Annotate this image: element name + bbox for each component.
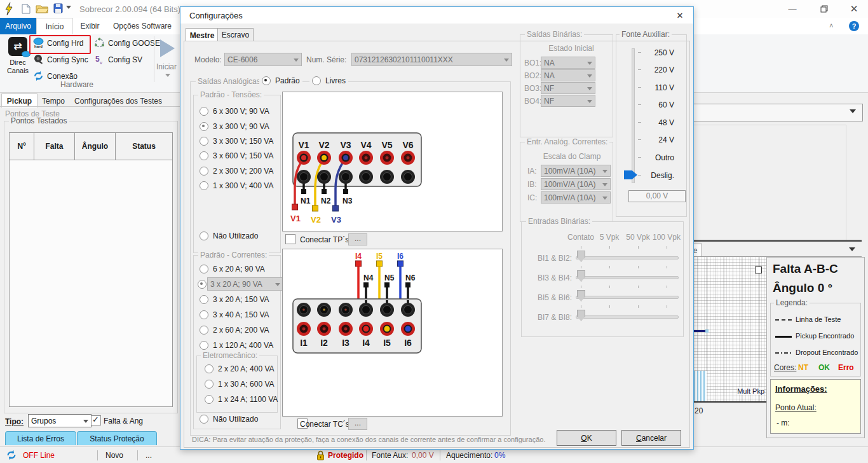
left-tab-divider	[0, 106, 180, 107]
radio-corrente-2[interactable]: 3 x 20 A; 150 VA	[200, 295, 269, 304]
tab-lista-de-erros[interactable]: Lista de Erros	[5, 431, 76, 445]
col-numero: Nº	[10, 133, 34, 160]
ok-button[interactable]: OK	[557, 430, 616, 446]
background-combo-bar[interactable]	[688, 104, 863, 121]
tab-arquivo[interactable]: Arquivo	[0, 18, 36, 34]
radio-tensao-0[interactable]: 6 x 300 V; 90 VA	[200, 107, 269, 116]
tab-opcoes-software[interactable]: Opções Software	[108, 18, 177, 34]
bo1-combo[interactable]: NA	[541, 57, 595, 69]
terminal-label: V6	[402, 140, 413, 150]
neutral-plug-label: N6	[405, 273, 416, 282]
new-file-icon[interactable]	[22, 4, 31, 14]
phase-plug-label: I6	[397, 252, 403, 261]
restore-button[interactable]	[811, 0, 837, 18]
tab-status-protecao[interactable]: Status Proteção	[77, 431, 157, 445]
phase-plug-label: I5	[376, 252, 383, 261]
test-points-table[interactable]: Nº Falta Ângulo Status	[9, 132, 173, 407]
modelo-combo[interactable]: CE-6006	[224, 53, 302, 66]
bi34-slider-track[interactable]	[576, 276, 679, 279]
bo2-label: BO2:	[524, 71, 541, 80]
radio-corrente-1[interactable]	[198, 280, 207, 289]
neutral-plug-label: N2	[321, 197, 331, 205]
collapse-ribbon-icon[interactable]: ˄	[829, 22, 833, 29]
radio-corrente-5[interactable]: 1 x 120 A; 400 VA	[200, 341, 273, 350]
minimize-button[interactable]: —	[780, 0, 805, 18]
radio-eletro-2[interactable]: 1 x 24 A; 1100 VA	[205, 395, 278, 404]
bo4-combo[interactable]: NF	[541, 95, 595, 107]
level-60v: 60 V	[642, 100, 674, 109]
radio-tensao-nao[interactable]: Não Utilizado	[200, 232, 258, 240]
radio-tensao-5[interactable]: 1 x 300 V; 400 VA	[200, 181, 273, 190]
chevron-down-icon	[602, 183, 607, 189]
config-sv-button[interactable]: 5v Config SV	[94, 54, 142, 65]
radio-corrente-4[interactable]: 2 x 60 A; 200 VA	[200, 326, 269, 335]
ib-combo[interactable]: 100mV/A (10A)	[541, 178, 611, 190]
quick-access-dropdown-icon[interactable]	[66, 6, 71, 11]
level-outro: Outro	[642, 153, 674, 162]
tps-browse-button[interactable]: ...	[348, 233, 367, 245]
chart-legend-checkbox[interactable]	[755, 266, 762, 273]
config-goose-button[interactable]: Config GOOSE	[94, 38, 160, 48]
col-falta: Falta	[34, 133, 75, 160]
tab-escravo[interactable]: Escravo	[217, 28, 254, 42]
pickup-chart[interactable]: Mult Pkp	[688, 257, 767, 403]
close-button[interactable]: ✕	[841, 0, 867, 18]
tab-exibir[interactable]: Exibir	[72, 18, 108, 34]
tcs-browse-button[interactable]: ...	[348, 418, 367, 430]
radio-eletro-0[interactable]: 2 x 20 A; 400 VA	[205, 364, 275, 373]
eletromecanico-title: Eletromecânico:	[201, 352, 259, 359]
radio-corrente-nao[interactable]: Não Utilizado	[200, 415, 258, 424]
terminal-label: I5	[383, 338, 391, 348]
bi56-slider-track[interactable]	[576, 296, 679, 299]
pontos-testados-label: Pontos Testados	[9, 117, 69, 125]
direc-canais-button[interactable]: ⇄ Direc Canais	[4, 37, 32, 83]
radio-livres[interactable]: Livres	[309, 76, 348, 85]
fonte-slider-track[interactable]	[632, 48, 635, 183]
radio-eletro-1[interactable]: 1 x 30 A; 600 VA	[205, 380, 275, 389]
protegido-status: Protegido	[328, 451, 363, 460]
tab-inicio[interactable]: Início	[36, 18, 73, 35]
col-angulo: Ângulo	[75, 133, 116, 160]
radio-tensao-1[interactable]: 3 x 300 V; 90 VA	[200, 122, 269, 131]
save-icon[interactable]	[53, 3, 63, 13]
statusbar-divider	[137, 450, 138, 460]
serie-combo[interactable]: 07312126302101110011XXX	[351, 53, 512, 66]
radio-padrao[interactable]: Padrão	[259, 76, 302, 85]
chevron-down-icon[interactable]	[849, 247, 855, 254]
help-icon[interactable]: ?	[849, 21, 859, 31]
iniciar-button[interactable]: Iniciar	[156, 37, 179, 84]
conectar-tps-checkbox[interactable]	[285, 234, 295, 244]
bi78-label: BI7 & BI8:	[526, 313, 572, 322]
chevron-down-icon	[587, 74, 592, 80]
tipo-combo[interactable]: Grupos	[28, 414, 92, 427]
connection-sync-icon[interactable]	[6, 450, 17, 460]
radio-tensao-3[interactable]: 3 x 600 V; 150 VA	[200, 151, 273, 160]
fonte-aux-value-field[interactable]: 0,00 V	[628, 190, 686, 202]
radio-tensao-2[interactable]: 3 x 300 V; 150 VA	[200, 137, 273, 146]
tab-pickup[interactable]: Pickup	[1, 93, 37, 107]
dashed-line-sample	[775, 319, 792, 321]
escala-clamp-label: Escala do Clamp	[536, 152, 607, 161]
open-folder-icon[interactable]	[36, 4, 48, 13]
radio-corrente-3[interactable]: 3 x 40 A; 150 VA	[200, 310, 269, 319]
ia-combo[interactable]: 100mV/A (10A)	[541, 165, 611, 177]
legend-item-pickup: Pickup Encontrado	[796, 332, 854, 340]
tab-mestre[interactable]: Mestre	[186, 28, 219, 42]
radio-corrente-0[interactable]: 6 x 20 A; 90 VA	[200, 265, 265, 273]
radio-tensao-4[interactable]: 2 x 300 V; 200 VA	[200, 167, 273, 176]
corrente-selected-combo[interactable]: 3 x 20 A; 90 VA	[207, 277, 283, 291]
bo2-combo[interactable]: NA	[541, 69, 595, 81]
bo3-combo[interactable]: NF	[541, 82, 595, 94]
statusbar-divider	[366, 450, 367, 460]
config-sync-button[interactable]: Config Sync	[33, 54, 88, 65]
bi12-slider-track[interactable]	[576, 256, 679, 259]
cores-nt: NT	[798, 363, 808, 372]
cancel-button[interactable]: Cancelar	[621, 430, 681, 446]
bi78-slider-track[interactable]	[576, 315, 679, 319]
ic-combo[interactable]: 100mV/A (10A)	[541, 191, 611, 204]
table-header-row: Nº Falta Ângulo Status	[10, 133, 172, 160]
dialog-close-button[interactable]: ✕	[667, 7, 693, 24]
falta-ang-checkbox[interactable]	[91, 415, 101, 425]
app-logo-lightning-icon	[4, 3, 13, 15]
chart-xlabel: Mult Pkp	[737, 387, 764, 395]
